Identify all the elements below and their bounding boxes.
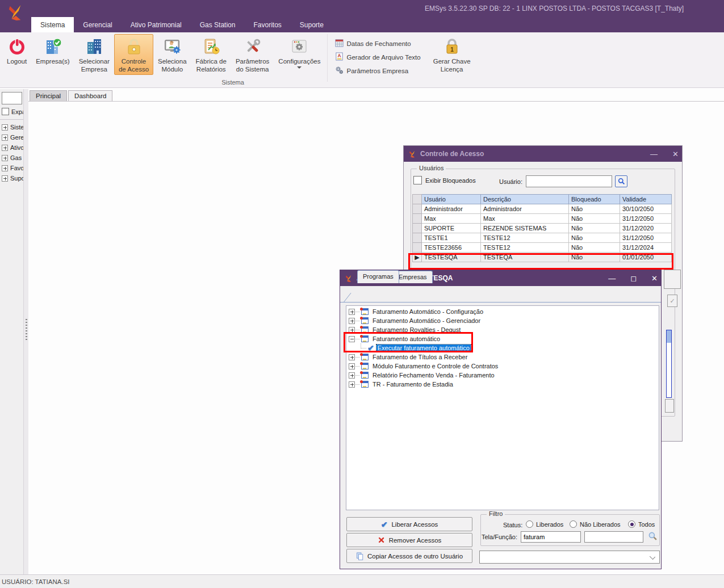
expand-icon[interactable] [349,372,355,379]
groupbox-label: Filtro [487,510,505,517]
sidebar-expand-checkbox[interactable]: Expa [2,108,24,115]
table-row[interactable]: SUPORTEREZENDE SISTEMASNão31/12/2020 [413,224,672,233]
tree-item[interactable]: Módulo Faturamento e Controle de Contrat… [349,362,659,371]
search-button[interactable] [615,175,627,187]
remover-acessos-button[interactable]: Remover Acessos [346,533,472,547]
expand-icon[interactable] [349,309,355,315]
expand-icon[interactable] [349,318,355,324]
menu-tab-ativo-patrimonial[interactable]: Ativo Patrimonial [122,17,191,32]
sidebar-item-ativo[interactable]: Ativo [2,142,24,153]
partial-check-button[interactable]: ✓ [667,295,677,307]
ribbon-separator [327,34,328,82]
col-descricao[interactable]: Descrição [481,195,569,204]
tree-item[interactable]: Faturamento Automático - Configuração [349,307,659,316]
tela-funcao-label: Tela/Função: [482,534,517,540]
sidebar-item-gerencial[interactable]: Gere [2,132,24,142]
sidebar-item-favoritos[interactable]: Favo [2,163,24,173]
controle-de-acesso-button[interactable]: Controlede Acesso [114,34,153,75]
liberar-acessos-button[interactable]: ✔ Liberar Acessos [346,517,472,531]
sidebar-item-gas-station[interactable]: Gas S [2,153,24,163]
expand-icon[interactable] [349,354,355,360]
col-usuario[interactable]: Usuário [422,195,481,204]
tree-item-expanded[interactable]: Faturamento automático [349,334,659,343]
table-row[interactable]: TESTE23656TESTE12Não31/12/2024 [413,243,672,253]
button-label: SelecionaMódulo [158,57,187,73]
radio-nao-liberados[interactable]: Não Liberados [570,520,621,528]
partial-listbox[interactable] [666,330,672,398]
sidebar-splitter[interactable] [24,89,28,574]
menu-tab-gerencial[interactable]: Gerencial [74,17,121,32]
menu-tab-suporte[interactable]: Suporte [291,17,333,32]
dialog-acessos-usuario: Acessos Usuário: TESTESQA — ◻ ✕ Programa… [340,270,662,569]
button-label: Controlede Acesso [119,57,149,73]
filter-search-button[interactable] [648,531,658,542]
close-button[interactable]: ✕ [672,150,679,158]
program-icon [360,372,369,379]
small-button-label: Gerador de Arquivo Texto [347,54,421,61]
minimize-button[interactable]: — [608,274,616,283]
expand-icon[interactable] [2,135,8,141]
expand-icon[interactable] [2,145,8,151]
expand-icon[interactable] [349,381,355,388]
expand-icon[interactable] [349,327,355,333]
maximize-button[interactable]: ◻ [630,274,637,283]
table-row[interactable]: AdministradorAdministradorNão30/10/2050 [413,204,672,214]
expand-icon[interactable] [2,175,8,182]
col-bloqueado[interactable]: Bloqueado [569,195,620,204]
minimize-button[interactable]: — [650,150,658,158]
empresas-button[interactable]: Empresa(s) [31,34,74,67]
configuracoes-button[interactable]: Configurações [274,34,325,70]
tree-child-item-selected[interactable]: ✔Executar faturamento automático [349,343,659,352]
copy-icon [356,552,363,560]
usuario-search-input[interactable] [526,175,612,187]
menu-tab-sistema[interactable]: Sistema [31,17,74,32]
parametros-empresa-button[interactable]: Parâmetros Empresa [335,66,421,75]
expand-icon[interactable] [2,155,8,161]
tab-principal[interactable]: Principal [30,90,67,101]
selecionar-empresa-button[interactable]: SelecionarEmpresa [74,34,114,75]
tab-programas[interactable]: Programas [357,270,399,283]
exibir-bloqueados-checkbox[interactable]: Exibir Bloqueados [413,176,476,184]
expand-icon[interactable] [2,124,8,131]
datas-fechamento-button[interactable]: Datas de Fechamento [335,39,421,48]
logout-button[interactable]: Logout [2,34,31,67]
sidebar-item-sistema[interactable]: Siste [2,122,24,132]
tela-funcao-input[interactable] [521,531,581,543]
partial-button[interactable] [665,399,674,413]
tree-item[interactable]: TR - Faturamento de Estadia [349,380,659,389]
sidebar-search-box[interactable] [2,92,22,104]
radio-todos[interactable]: Todos [628,520,655,528]
expand-icon[interactable] [349,363,355,369]
expand-icon[interactable] [2,165,8,171]
gerar-chave-licenca-button[interactable]: 1 Gerar ChaveLicença [429,34,475,75]
menu-tab-favoritos[interactable]: Favoritos [244,17,290,32]
users-table[interactable]: Usuário Descrição Bloqueado Validade Adm… [412,194,672,262]
sidebar-item-suporte[interactable]: Supo [2,173,24,183]
partial-button[interactable] [664,270,681,289]
table-row[interactable]: MaxMaxNão31/12/2050 [413,214,672,224]
tree-item[interactable]: Faturamento de Títulos a Receber [349,352,659,362]
menu-tab-gas-station[interactable]: Gas Station [191,17,245,32]
collapse-icon[interactable] [349,336,355,342]
radio-liberados[interactable]: Liberados [526,520,563,528]
parametros-sistema-button[interactable]: Parâmetrosdo Sistema [231,34,274,75]
copiar-acessos-button[interactable]: Copiar Acessos de outro Usuário [346,549,472,563]
filter-secondary-input[interactable] [584,531,643,543]
col-validade[interactable]: Validade [620,195,672,204]
tree-item[interactable]: Faturamento Automático - Gerenciador [349,316,659,325]
gerador-arquivo-texto-button[interactable]: A Gerador de Arquivo Texto [335,52,421,62]
tab-dashboard[interactable]: Dashboard [68,90,112,101]
table-row-selected[interactable]: ▶TESTESQATESTEQANão01/01/2050 [413,253,672,262]
table-row[interactable]: TESTE1TESTE12Não31/12/2050 [413,233,672,243]
fabrica-relatorios-button[interactable]: Fábrica deRelatórios [191,34,231,75]
linx-logo-icon [7,3,24,22]
sidebar-tree: Siste Gere Ativo Gas S Favo Supo [2,122,24,183]
status-user-text: USUÁRIO: TATIANA.SI [2,578,70,585]
close-button[interactable]: ✕ [651,274,658,283]
seleciona-modulo-button[interactable]: SelecionaMódulo [153,34,191,75]
tree-item[interactable]: Faturamento Royalties - Degust [349,325,659,334]
user-copy-combobox[interactable] [479,551,660,564]
programs-tree[interactable]: Faturamento Automático - Configuração Fa… [346,305,659,510]
dialog-title-bar[interactable]: Controle de Acesso — ✕ [404,146,682,162]
tree-item[interactable]: Relatório Fechamento Venda - Faturamento [349,371,659,380]
